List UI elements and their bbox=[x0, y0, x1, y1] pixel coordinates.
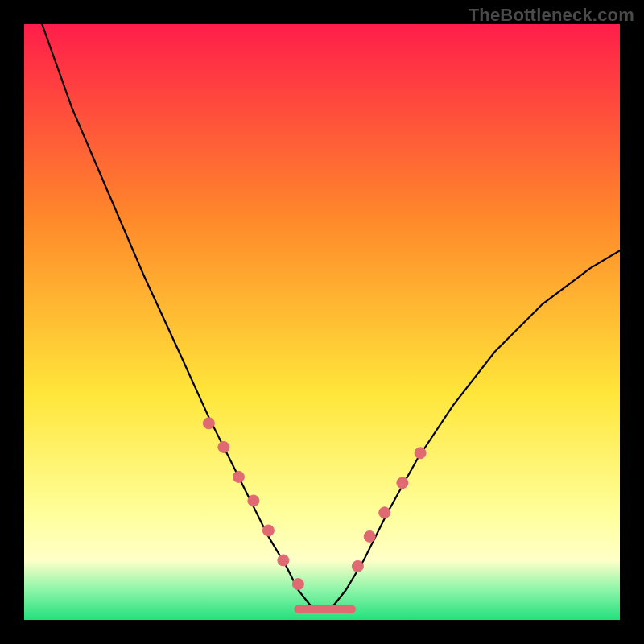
marker-dot bbox=[415, 448, 426, 459]
marker-dot bbox=[218, 441, 229, 452]
marker-dot bbox=[292, 579, 303, 590]
marker-dot bbox=[262, 525, 274, 536]
marker-dot bbox=[379, 507, 390, 518]
marker-dot bbox=[364, 530, 375, 542]
marker-dot bbox=[248, 495, 259, 506]
marker-dot bbox=[203, 418, 214, 429]
watermark-text: TheBottleneck.com bbox=[469, 5, 634, 26]
marker-dot bbox=[352, 560, 363, 572]
plot-svg bbox=[24, 24, 620, 620]
chart-frame: TheBottleneck.com bbox=[0, 0, 644, 644]
marker-dot bbox=[233, 471, 244, 482]
gradient-background bbox=[24, 24, 620, 620]
marker-dot bbox=[397, 477, 408, 489]
marker-dot bbox=[278, 555, 289, 566]
plot-area bbox=[24, 24, 620, 620]
